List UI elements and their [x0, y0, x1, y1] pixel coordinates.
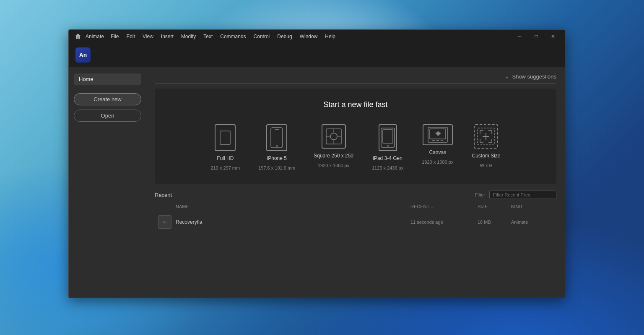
svg-rect-0: [220, 131, 230, 144]
svg-point-5: [330, 133, 337, 140]
template-ipad[interactable]: iPad 3-4 Gen 1125 x 2436 px: [369, 121, 407, 174]
iphone5-name: iPhone 5: [267, 155, 287, 161]
menu-item-commands[interactable]: Commands: [217, 32, 249, 41]
chevron-down-icon: ⌄: [505, 73, 509, 80]
menu-item-debug[interactable]: Debug: [274, 32, 295, 41]
menu-item-window[interactable]: Window: [296, 32, 321, 41]
iphone5-dims: 197.6 x 101.6 mm: [258, 165, 295, 170]
menu-item-help[interactable]: Help: [322, 32, 339, 41]
menu-item-insert[interactable]: Insert: [158, 32, 177, 41]
ipad-dims: 1125 x 2436 px: [372, 165, 403, 170]
custom-dims: W x H: [480, 163, 493, 168]
app-title: Animate: [86, 34, 104, 39]
svg-point-3: [276, 145, 278, 147]
full-hd-name: Full HD: [217, 155, 234, 161]
right-content: ⌄ Show suggestions Start a new file fast: [146, 67, 565, 298]
menu-item-text[interactable]: Text: [200, 32, 216, 41]
title-bar-left: Animate FileEditViewInsertModifyTextComm…: [74, 32, 339, 41]
full-hd-icon: [215, 124, 236, 151]
template-iphone5[interactable]: iPhone 5 197.6 x 101.6 mm: [255, 121, 299, 174]
suggestions-label: Show suggestions: [512, 73, 556, 80]
svg-rect-1: [271, 128, 283, 148]
title-bar: Animate FileEditViewInsertModifyTextComm…: [69, 30, 565, 43]
svg-rect-10: [381, 128, 395, 147]
logo-bar: An: [69, 43, 565, 67]
divider: [155, 83, 556, 84]
iphone5-icon: [266, 124, 287, 151]
svg-point-16: [437, 132, 439, 134]
col-header-size: SIZE: [478, 204, 511, 209]
custom-icon: [474, 124, 498, 149]
recent-header: Recent Filter: [155, 191, 556, 199]
template-square[interactable]: Square 250 x 250 1920 x 1080 px: [310, 121, 357, 174]
ipad-name: iPad 3-4 Gen: [373, 155, 402, 161]
file-size: 18 MB: [478, 220, 511, 225]
svg-point-11: [387, 145, 389, 147]
file-recent: 11 seconds ago: [410, 220, 478, 225]
recent-section: Recent Filter NAME RECENT ↓ SIZE: [155, 191, 556, 291]
show-suggestions-button[interactable]: ⌄ Show suggestions: [505, 73, 556, 80]
app-content: An Home Create new Open ⌄ Show suggestio…: [69, 43, 565, 298]
square-dims: 1920 x 1080 px: [318, 163, 349, 168]
template-grid: Full HD 210 x 297 mm: [163, 121, 548, 174]
square-name: Square 250 x 250: [314, 153, 353, 159]
start-panel: Start a new file fast Full HD 210 x 297: [155, 89, 556, 184]
menu-item-control[interactable]: Control: [250, 32, 273, 41]
ipad-icon: [379, 124, 397, 151]
canvas-icon: [423, 124, 453, 145]
menu-item-file[interactable]: File: [107, 32, 122, 41]
template-custom[interactable]: Custom Size W x H: [468, 121, 504, 174]
start-title: Start a new file fast: [163, 100, 548, 109]
sidebar-item-home[interactable]: Home: [74, 73, 141, 85]
open-button[interactable]: Open: [74, 110, 141, 122]
title-bar-controls: ─ □ ✕: [511, 31, 561, 42]
filter-input[interactable]: [489, 191, 556, 199]
maximize-button[interactable]: □: [528, 31, 545, 42]
app-window: Animate FileEditViewInsertModifyTextComm…: [68, 29, 565, 298]
template-full-hd[interactable]: Full HD 210 x 297 mm: [207, 121, 243, 174]
suggestions-bar: ⌄ Show suggestions: [155, 73, 556, 80]
recent-title: Recent: [155, 192, 172, 198]
sort-icon: ↓: [431, 204, 433, 209]
an-logo: An: [75, 47, 91, 63]
canvas-dims: 1920 x 1080 px: [422, 160, 453, 165]
menu-item-edit[interactable]: Edit: [123, 32, 138, 41]
col-header-name: NAME: [176, 204, 410, 209]
square-icon: [322, 124, 346, 149]
minimize-button[interactable]: ─: [511, 31, 528, 42]
recent-table-header: NAME RECENT ↓ SIZE KIND: [155, 202, 556, 211]
table-row[interactable]: fla Recoveryfla 11 seconds ago 18 MB Ani…: [155, 213, 556, 231]
full-hd-dims: 210 x 297 mm: [210, 165, 240, 170]
home-icon: [74, 32, 82, 41]
menu-bar: FileEditViewInsertModifyTextCommandsCont…: [107, 32, 339, 41]
close-button[interactable]: ✕: [545, 31, 561, 42]
sidebar: Home Create new Open: [69, 67, 146, 298]
menu-item-view[interactable]: View: [139, 32, 157, 41]
svg-rect-12: [383, 130, 393, 143]
file-kind: Animate: [511, 220, 553, 225]
filter-label: Filter: [475, 192, 485, 197]
custom-name: Custom Size: [472, 153, 500, 159]
col-header-recent: RECENT ↓: [410, 204, 478, 209]
menu-item-modify[interactable]: Modify: [178, 32, 199, 41]
file-icon: fla: [158, 215, 171, 229]
col-header-kind: KIND: [511, 204, 553, 209]
file-name: Recoveryfla: [176, 219, 410, 225]
main-layout: Home Create new Open ⌄ Show suggestions …: [69, 67, 565, 298]
filter-area: Filter: [475, 191, 556, 199]
canvas-name: Canvas: [429, 149, 447, 155]
template-canvas[interactable]: Canvas 1920 x 1080 px: [418, 121, 457, 174]
create-new-button[interactable]: Create new: [74, 93, 141, 105]
